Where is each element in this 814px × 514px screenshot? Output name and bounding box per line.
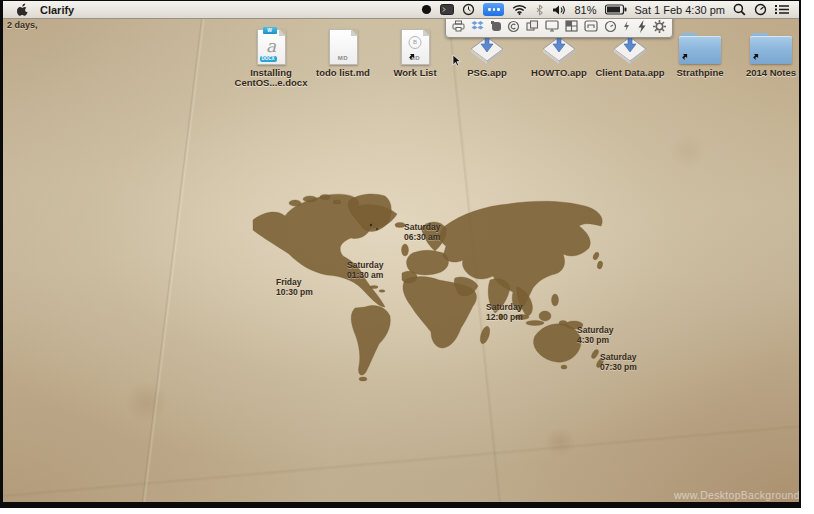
icon-label: 2014 Notes (733, 68, 799, 78)
dock-icon[interactable] (584, 20, 598, 32)
list-icon[interactable] (775, 4, 790, 15)
wifi-icon[interactable] (512, 4, 527, 15)
volume-icon[interactable] (552, 4, 566, 16)
alias-badge-icon (408, 46, 416, 64)
desktop: Clarify 81% (3, 1, 799, 502)
timezone-label: Saturday4:30 pm (577, 326, 613, 345)
printer-icon[interactable] (452, 20, 465, 32)
grid-icon[interactable] (565, 20, 578, 32)
timezone-label: Saturday06:30 am (404, 223, 440, 242)
active-app-name[interactable]: Clarify (40, 4, 74, 16)
timezone-label: Saturday07:30 pm (600, 353, 637, 372)
desktop-icon-todo-list[interactable]: MD todo list.md (305, 27, 381, 78)
copy-icon[interactable] (526, 20, 539, 32)
docx-file-icon: W a DOCX (257, 29, 286, 65)
battery-percent: 81% (574, 4, 596, 16)
display-icon[interactable] (545, 20, 559, 32)
icon-label: Installing CentOS...e.docx (233, 68, 309, 88)
mouse-cursor (452, 53, 461, 71)
copyright-icon[interactable] (507, 20, 520, 33)
terminal-icon[interactable] (440, 4, 454, 15)
desktop-icon-docx[interactable]: W a DOCX Installing CentOS...e.docx (233, 27, 309, 88)
flash-small-icon[interactable] (622, 20, 631, 32)
evernote-icon[interactable] (490, 20, 502, 32)
timezone-label: Friday10:30 pm (276, 278, 313, 297)
desktop-icon-2014-notes-folder[interactable]: 2014 Notes (733, 27, 799, 78)
wallpaper-watermark: www.DesktopBackground.or (674, 489, 799, 501)
icon-label: HOWTO.app (521, 68, 597, 78)
alias-badge-icon (681, 46, 689, 64)
folder-icon (679, 33, 721, 65)
screenshot-frame: Clarify 81% (0, 0, 801, 508)
desktop-icon-strathpine-folder[interactable]: Strathpine (662, 27, 738, 78)
lightning-icon[interactable] (637, 20, 647, 33)
timer-icon[interactable] (754, 3, 767, 16)
switcher-icon[interactable] (483, 3, 504, 16)
history-clock-icon[interactable] (462, 3, 475, 16)
icon-label: Client Data.app (592, 68, 668, 78)
apple-icon[interactable] (17, 3, 28, 16)
bluetooth-icon[interactable] (535, 4, 544, 16)
markdown-file-icon: B MD (401, 29, 430, 65)
icon-label: Strathpine (662, 68, 738, 78)
battery-icon (605, 4, 627, 15)
gear-icon[interactable] (653, 20, 666, 33)
timezone-label: Saturday01:30 am (347, 261, 383, 280)
dropbox-icon[interactable] (471, 20, 484, 32)
markdown-file-icon: MD (329, 29, 358, 65)
icon-label: Work List (377, 68, 453, 78)
search-icon[interactable] (733, 3, 746, 16)
desktop-icon-work-list[interactable]: B MD Work List (377, 27, 453, 78)
timezone-label: Saturday12:00 pm (486, 303, 523, 322)
alias-badge-icon (752, 46, 760, 64)
icon-label: todo list.md (305, 68, 381, 78)
desktop-note: 2 days, (7, 20, 38, 30)
folder-icon (750, 33, 792, 65)
clock-icon[interactable] (604, 20, 617, 33)
menu-bar-clock[interactable]: Sat 1 Feb 4:30 pm (635, 4, 726, 16)
record-icon[interactable] (421, 4, 432, 15)
menu-bar: Clarify 81% (3, 1, 799, 19)
